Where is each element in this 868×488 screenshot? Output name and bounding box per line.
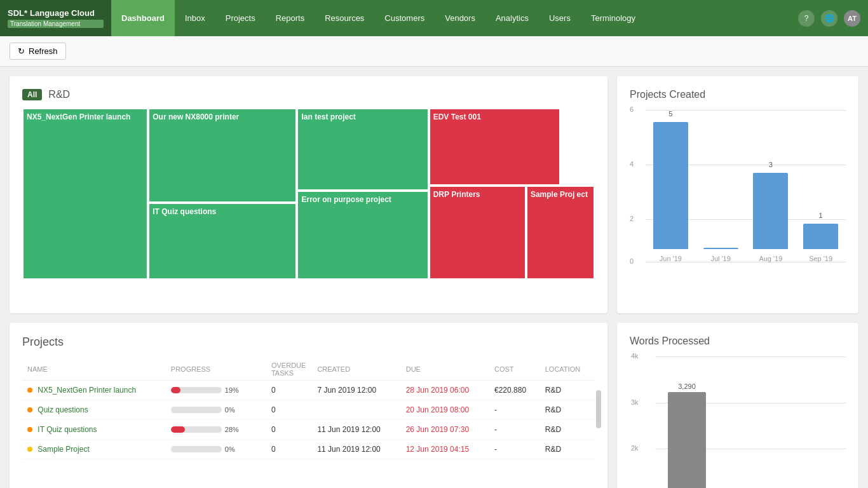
globe-icon[interactable]: 🌐 bbox=[821, 10, 837, 27]
treemap-cell-drp[interactable]: DRP Printers bbox=[429, 186, 526, 280]
refresh-button[interactable]: ↻ Refresh bbox=[10, 43, 66, 60]
table-row: Quiz questions 0% 0 20 Ju bbox=[22, 400, 595, 420]
header: SDL* Language Cloud Translation Manageme… bbox=[0, 0, 868, 36]
project-link[interactable]: Sample Project bbox=[37, 445, 89, 454]
logo-top: SDL* Language Cloud bbox=[8, 8, 104, 18]
logo-area: SDL* Language Cloud Translation Manageme… bbox=[0, 0, 111, 36]
treemap-cell-it-quiz[interactable]: IT Quiz questions bbox=[148, 203, 297, 280]
nav-vendors[interactable]: Vendors bbox=[435, 0, 485, 36]
nav-projects[interactable]: Projects bbox=[215, 0, 266, 36]
nav-customers[interactable]: Customers bbox=[374, 0, 435, 36]
logo-subtitle: Translation Management bbox=[8, 20, 104, 28]
status-dot bbox=[27, 407, 32, 412]
projects-created-card: Projects Created 6 4 2 0 bbox=[617, 76, 858, 313]
col-created: CREATED bbox=[312, 358, 400, 381]
scrollbar[interactable] bbox=[596, 390, 601, 428]
words-processed-card: Words Processed 4k 3k 2k 3,290 bbox=[617, 323, 858, 488]
project-link[interactable]: Quiz questions bbox=[37, 405, 88, 414]
progress-cell: 19% bbox=[166, 381, 266, 400]
bar-jun19: 5 Jun '19 bbox=[653, 110, 688, 262]
words-bars: 3,290 bbox=[655, 356, 846, 488]
col-progress: PROGRESS bbox=[166, 358, 266, 381]
project-link[interactable]: IT Quiz questions bbox=[37, 425, 97, 434]
treemap-cell-edv[interactable]: EDV Test 001 bbox=[429, 108, 560, 186]
main-top: All R&D NX5_NextGen Printer launch Our n… bbox=[0, 67, 868, 323]
projects-table: NAME PROGRESS OVERDUE TASKS CREATED DUE … bbox=[22, 358, 595, 459]
bottom-grid: Projects NAME PROGRESS OVERDUE TASKS CRE… bbox=[0, 323, 868, 488]
status-dot bbox=[27, 427, 32, 432]
table-row: NX5_NextGen Printer launch 19% 0 7 Jun bbox=[22, 381, 595, 400]
nav-inbox[interactable]: Inbox bbox=[175, 0, 215, 36]
table-row: IT Quiz questions 28% 0 11 Jun 2019 12 bbox=[22, 420, 595, 440]
treemap-title: R&D bbox=[48, 89, 70, 100]
status-dot bbox=[27, 388, 32, 393]
treemap-cell-error[interactable]: Error on purpose project bbox=[297, 191, 428, 280]
col-name: NAME bbox=[22, 358, 166, 381]
projects-table-title: Projects bbox=[22, 336, 595, 349]
treemap-card: All R&D NX5_NextGen Printer launch Our n… bbox=[10, 76, 607, 313]
treemap-cell-ian[interactable]: Ian test project bbox=[297, 108, 428, 191]
help-icon[interactable]: ? bbox=[798, 10, 815, 27]
projects-created-chart: 6 4 2 0 5 Jun '19 bbox=[630, 110, 846, 301]
progress-cell: 28% bbox=[166, 420, 266, 440]
treemap-cell-nx8000[interactable]: Our new NX8000 printer bbox=[148, 108, 297, 203]
logo-lang: Language Cloud bbox=[30, 8, 95, 18]
status-dot bbox=[27, 447, 32, 452]
treemap-cell-sample[interactable]: Sample Proj ect bbox=[526, 186, 595, 280]
col-overdue: OVERDUE TASKS bbox=[266, 358, 312, 381]
treemap-container: NX5_NextGen Printer launch Our new NX800… bbox=[22, 108, 595, 280]
nav-resources[interactable]: Resources bbox=[315, 0, 374, 36]
projects-card: Projects NAME PROGRESS OVERDUE TASKS CRE… bbox=[10, 323, 607, 488]
project-name-cell: Quiz questions bbox=[22, 400, 166, 420]
nav-users[interactable]: Users bbox=[539, 0, 581, 36]
bar-sep19: 1 Sep '19 bbox=[803, 212, 838, 262]
main-nav: Dashboard Inbox Projects Reports Resourc… bbox=[111, 0, 646, 36]
treemap-cell-nx5[interactable]: NX5_NextGen Printer launch bbox=[22, 108, 148, 280]
words-bar bbox=[668, 392, 706, 488]
treemap-header: All R&D bbox=[22, 89, 595, 100]
refresh-icon: ↻ bbox=[18, 46, 25, 56]
header-right: ? 🌐 AT bbox=[798, 0, 868, 36]
col-due: DUE bbox=[401, 358, 489, 381]
table-header-row: NAME PROGRESS OVERDUE TASKS CREATED DUE … bbox=[22, 358, 595, 381]
progress-cell: 0% bbox=[166, 400, 266, 420]
nav-dashboard[interactable]: Dashboard bbox=[111, 0, 175, 36]
logo-sdl: SDL* bbox=[8, 8, 27, 18]
projects-created-title: Projects Created bbox=[630, 89, 846, 100]
toolbar: ↻ Refresh bbox=[0, 36, 868, 67]
project-name-cell: Sample Project bbox=[22, 440, 166, 459]
table-row: Sample Project 0% 0 11 Jun 2019 12:00 bbox=[22, 440, 595, 459]
project-link[interactable]: NX5_NextGen Printer launch bbox=[37, 386, 136, 395]
bar-aug19: 3 Aug '19 bbox=[753, 161, 788, 262]
col-cost: COST bbox=[489, 358, 540, 381]
col-location: LOCATION bbox=[540, 358, 595, 381]
project-name-cell: NX5_NextGen Printer launch bbox=[22, 381, 166, 400]
project-name-cell: IT Quiz questions bbox=[22, 420, 166, 440]
avatar[interactable]: AT bbox=[844, 10, 860, 27]
progress-cell: 0% bbox=[166, 440, 266, 459]
all-badge[interactable]: All bbox=[22, 89, 42, 100]
nav-terminology[interactable]: Terminology bbox=[581, 0, 646, 36]
nav-reports[interactable]: Reports bbox=[266, 0, 315, 36]
nav-analytics[interactable]: Analytics bbox=[485, 0, 539, 36]
words-processed-title: Words Processed bbox=[630, 336, 846, 347]
bar-jul19: Jul '19 bbox=[703, 248, 738, 262]
